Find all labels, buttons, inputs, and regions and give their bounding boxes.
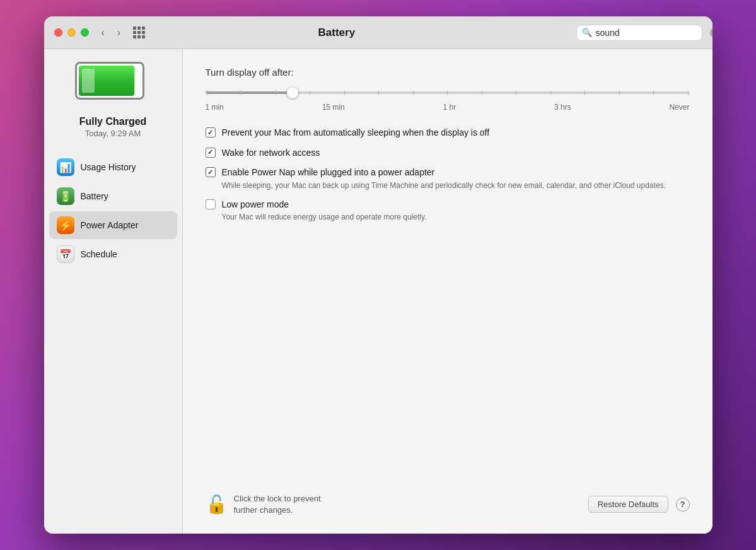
close-button[interactable] xyxy=(54,28,62,37)
slider-label-3hrs: 3 hrs xyxy=(554,103,571,112)
battery-nav-label: Battery xyxy=(81,191,108,201)
sidebar-item-schedule[interactable]: 📅 Schedule xyxy=(49,240,177,268)
minimize-button[interactable] xyxy=(67,28,76,37)
power-adapter-icon: ⚡ xyxy=(57,216,74,234)
search-clear-button[interactable]: ✕ xyxy=(710,28,712,38)
power-nap-label: Enable Power Nap while plugged into a po… xyxy=(222,167,666,179)
display-section-label: Turn display off after: xyxy=(206,67,690,78)
sidebar-item-usage-history[interactable]: 📊 Usage History xyxy=(49,153,177,181)
traffic-lights xyxy=(54,28,89,37)
restore-defaults-button[interactable]: Restore Defaults xyxy=(588,496,668,513)
fullscreen-button[interactable] xyxy=(81,28,89,37)
power-nap-row: Enable Power Nap while plugged into a po… xyxy=(206,167,690,190)
display-slider-container: 1 min 15 min 1 hr 3 hrs Never xyxy=(206,86,690,112)
power-nap-checkbox[interactable] xyxy=(206,167,216,177)
power-nap-sublabel: While sleeping, your Mac can back up usi… xyxy=(222,180,666,191)
usage-history-icon: 📊 xyxy=(57,158,74,176)
battery-status: Fully Charged Today, 9:29 AM xyxy=(79,116,147,138)
search-input[interactable] xyxy=(596,28,706,38)
bottom-bar: 🔓 Click the lock to prevent further chan… xyxy=(206,483,690,516)
wake-network-label: Wake for network access xyxy=(222,147,320,160)
low-power-label: Low power mode xyxy=(222,199,427,211)
lock-icon[interactable]: 🔓 xyxy=(206,494,228,515)
prevent-sleep-checkbox[interactable] xyxy=(206,127,216,138)
wake-network-checkbox[interactable] xyxy=(206,148,216,158)
help-button[interactable]: ? xyxy=(676,498,690,512)
search-bar[interactable]: 🔍 ✕ xyxy=(576,25,702,41)
sidebar-item-power-adapter[interactable]: ⚡ Power Adapter xyxy=(49,211,177,239)
low-power-row: Low power mode Your Mac will reduce ener… xyxy=(206,199,690,223)
power-adapter-label: Power Adapter xyxy=(81,220,139,230)
wake-network-row: Wake for network access xyxy=(206,147,690,160)
slider-label-1min: 1 min xyxy=(206,103,224,112)
lock-text: Click the lock to prevent further change… xyxy=(234,493,321,516)
sidebar: Fully Charged Today, 9:29 AM 📊 Usage His… xyxy=(44,49,183,534)
titlebar: ‹ › Battery 🔍 ✕ xyxy=(44,16,712,49)
lock-row: 🔓 Click the lock to prevent further chan… xyxy=(206,493,321,516)
prevent-sleep-row: Prevent your Mac from automatically slee… xyxy=(206,127,690,139)
low-power-sublabel: Your Mac will reduce energy usage and op… xyxy=(222,212,427,223)
battery-status-time: Today, 9:29 AM xyxy=(79,129,147,138)
search-icon: 🔍 xyxy=(582,28,592,37)
lock-text-line1: Click the lock to prevent xyxy=(234,494,321,503)
sidebar-item-battery[interactable]: 🔋 Battery xyxy=(49,182,177,210)
system-preferences-window: ‹ › Battery 🔍 ✕ xyxy=(44,16,712,534)
lock-text-line2: further changes. xyxy=(234,505,293,515)
battery-nav-icon: 🔋 xyxy=(57,187,74,205)
battery-status-main: Fully Charged xyxy=(79,116,147,127)
slider-label-1hr: 1 hr xyxy=(443,103,456,112)
schedule-icon: 📅 xyxy=(57,245,74,263)
content-area: Fully Charged Today, 9:29 AM 📊 Usage His… xyxy=(44,49,712,534)
prevent-sleep-label: Prevent your Mac from automatically slee… xyxy=(222,127,490,139)
slider-ticks xyxy=(206,90,690,95)
low-power-checkbox[interactable] xyxy=(206,199,216,209)
schedule-label: Schedule xyxy=(81,249,117,259)
slider-label-never: Never xyxy=(669,103,689,112)
usage-history-label: Usage History xyxy=(81,162,136,172)
sidebar-nav: 📊 Usage History 🔋 Battery ⚡ Power Adapte… xyxy=(44,153,182,269)
main-panel: Turn display off after: 1 mi xyxy=(183,49,712,534)
slider-labels: 1 min 15 min 1 hr 3 hrs Never xyxy=(206,103,690,112)
slider-label-15min: 15 min xyxy=(322,103,345,112)
slider-thumb[interactable] xyxy=(287,87,298,98)
battery-icon xyxy=(75,62,151,106)
window-title: Battery xyxy=(105,26,568,39)
display-slider-track[interactable] xyxy=(206,86,690,99)
bottom-right: Restore Defaults ? xyxy=(588,496,690,513)
